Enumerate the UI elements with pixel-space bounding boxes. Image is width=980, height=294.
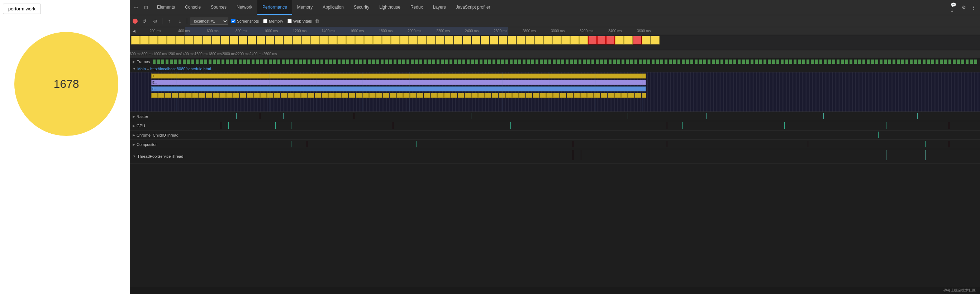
flame-block-small[interactable]: [444, 93, 450, 98]
flame-block-small[interactable]: [471, 93, 478, 98]
flame-block-small[interactable]: [437, 93, 444, 98]
flame-block-small[interactable]: [240, 93, 246, 98]
more-icon[interactable]: ⋮: [969, 3, 977, 11]
flame-block-small[interactable]: [492, 93, 498, 98]
flame-block-small[interactable]: [574, 93, 580, 98]
flame-block-small[interactable]: [226, 93, 232, 98]
stop-button[interactable]: ⊘: [151, 17, 159, 25]
flame-block-small[interactable]: [267, 93, 274, 98]
flame-block-small[interactable]: [192, 93, 199, 98]
flame-block-small[interactable]: [628, 93, 635, 98]
flame-block-small[interactable]: [642, 93, 646, 98]
frames-expand-arrow[interactable]: ▶: [133, 60, 135, 64]
flame-block-small[interactable]: [342, 93, 348, 98]
cursor-icon[interactable]: ⊹: [132, 3, 140, 11]
flame-block-small[interactable]: [458, 93, 464, 98]
flame-block-small[interactable]: [424, 93, 430, 98]
flame-block-small[interactable]: [247, 93, 253, 98]
flame-block-small[interactable]: [260, 93, 267, 98]
flame-block-small[interactable]: [451, 93, 457, 98]
flame-block-small[interactable]: [594, 93, 600, 98]
flame-block-small[interactable]: [294, 93, 301, 98]
tab-network[interactable]: Network: [232, 0, 258, 15]
tab-elements[interactable]: Elements: [152, 0, 180, 15]
flame-block-small[interactable]: [580, 93, 587, 98]
memory-label[interactable]: Memory: [263, 19, 283, 23]
flame-block-small[interactable]: [478, 93, 485, 98]
flame-block-small[interactable]: [199, 93, 205, 98]
flame-block-small[interactable]: [253, 93, 260, 98]
flame-block-small[interactable]: [608, 93, 614, 98]
tab-js-profiler[interactable]: JavaScript profiler: [451, 0, 495, 15]
flame-block-small[interactable]: [567, 93, 573, 98]
flame-block-small[interactable]: [614, 93, 621, 98]
notification-icon[interactable]: 💬 1: [951, 3, 958, 11]
flame-block-small[interactable]: [403, 93, 410, 98]
flame-block-small[interactable]: [315, 93, 321, 98]
tab-redux[interactable]: Redux: [406, 0, 428, 15]
main-expand-arrow[interactable]: ▼: [133, 67, 136, 71]
flame-block-small[interactable]: [553, 93, 560, 98]
flame-block-small[interactable]: [151, 93, 158, 98]
flame-block-small[interactable]: [635, 93, 641, 98]
flame-block-small[interactable]: [560, 93, 566, 98]
flame-block-small[interactable]: [274, 93, 280, 98]
url-selector[interactable]: localhost #1: [190, 17, 228, 25]
memory-checkbox[interactable]: [263, 19, 267, 23]
settings-icon[interactable]: ⚙: [960, 3, 968, 11]
flame-block-small[interactable]: [213, 93, 219, 98]
flame-block-small[interactable]: [321, 93, 328, 98]
flame-block-small[interactable]: [349, 93, 355, 98]
flame-block-small[interactable]: [485, 93, 492, 98]
flame-block-small[interactable]: [621, 93, 628, 98]
flame-block-small[interactable]: [288, 93, 294, 98]
flame-block-small[interactable]: [328, 93, 335, 98]
flame-block-small[interactable]: [506, 93, 512, 98]
web-vitals-label[interactable]: Web Vitals: [288, 19, 312, 23]
tab-sources[interactable]: Sources: [206, 0, 232, 15]
flame-block-small[interactable]: [390, 93, 396, 98]
flame-block-small[interactable]: [308, 93, 314, 98]
reload-record-button[interactable]: ↺: [140, 17, 148, 25]
flame-block-small[interactable]: [499, 93, 505, 98]
tab-application[interactable]: Application: [318, 0, 349, 15]
flame-block-small[interactable]: [601, 93, 607, 98]
flame-block-small[interactable]: [281, 93, 287, 98]
flame-block-small[interactable]: [185, 93, 192, 98]
flame-block-small[interactable]: [301, 93, 307, 98]
tab-performance[interactable]: Performance: [258, 0, 292, 15]
flame-block-small[interactable]: [172, 93, 178, 98]
flame-block-small[interactable]: [417, 93, 423, 98]
flame-block-small[interactable]: [539, 93, 546, 98]
record-button[interactable]: [133, 19, 138, 24]
flame-block-events[interactable]: E...: [151, 80, 646, 85]
flame-block-small[interactable]: [356, 93, 362, 98]
tab-memory[interactable]: Memory: [292, 0, 318, 15]
flame-block-task[interactable]: T...: [151, 73, 646, 78]
web-vitals-checkbox[interactable]: [288, 19, 292, 23]
flame-block-small[interactable]: [376, 93, 382, 98]
iothread-expand[interactable]: ▶: [133, 133, 135, 137]
tab-security[interactable]: Security: [349, 0, 374, 15]
flame-block-func[interactable]: F...: [151, 86, 646, 91]
download-button[interactable]: ↓: [176, 17, 184, 25]
flame-block-small[interactable]: [465, 93, 471, 98]
screenshots-checkbox[interactable]: [231, 19, 235, 23]
flame-block-small[interactable]: [526, 93, 532, 98]
inspect-icon[interactable]: ⊡: [142, 3, 150, 11]
perform-work-button[interactable]: perform work: [3, 3, 41, 14]
screenshots-label[interactable]: Screenshots: [231, 19, 259, 23]
clear-button[interactable]: 🗑: [315, 18, 320, 24]
flame-block-small[interactable]: [383, 93, 389, 98]
raster-expand[interactable]: ▶: [133, 115, 135, 118]
flame-block-small[interactable]: [335, 93, 342, 98]
flame-block-small[interactable]: [512, 93, 519, 98]
upload-button[interactable]: ↑: [165, 17, 173, 25]
flame-block-small[interactable]: [369, 93, 375, 98]
flame-block-small[interactable]: [431, 93, 437, 98]
tab-console[interactable]: Console: [180, 0, 206, 15]
flame-block-small[interactable]: [363, 93, 369, 98]
flame-block-small[interactable]: [233, 93, 239, 98]
flame-block-small[interactable]: [220, 93, 226, 98]
flame-block-small[interactable]: [546, 93, 553, 98]
